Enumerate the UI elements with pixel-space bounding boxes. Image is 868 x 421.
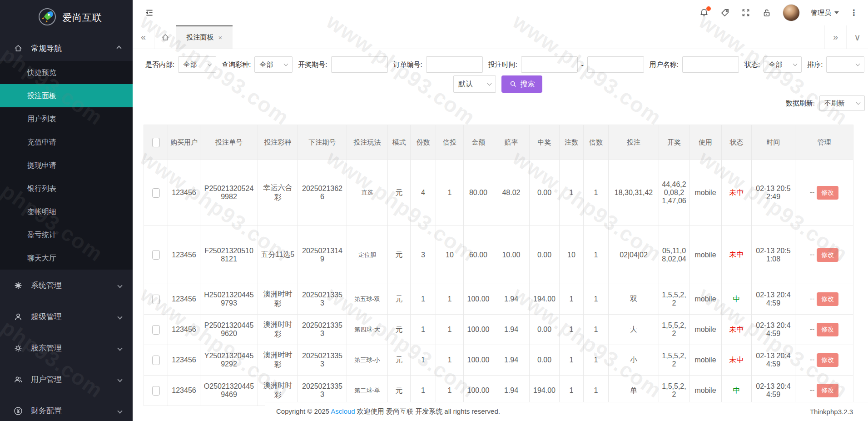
fullscreen-icon[interactable] [741,8,751,18]
user-avatar[interactable] [783,4,800,21]
sidebar-item-3[interactable]: 充值申请 [0,130,133,154]
sort-mode-select[interactable]: 默认 [453,75,496,93]
manage-dash: -- [810,188,815,196]
cell-bets: 1 [560,160,584,226]
row-checkbox[interactable] [152,188,160,198]
cell-bet: 大 [609,315,659,345]
username-input[interactable] [682,56,739,73]
edit-button[interactable]: 修改 [817,292,838,306]
refresh-select[interactable]: 不刷新 [819,95,865,111]
copyright-link[interactable]: Ascloud [331,407,355,415]
manage-dash: -- [810,386,815,394]
order-number-input[interactable] [426,56,483,73]
filter-sort-label: 排序: [807,60,823,69]
edit-button[interactable]: 修改 [817,248,838,262]
cell-period: 20250213353 [298,315,347,345]
notifications-bell-icon[interactable] [699,8,709,18]
sidebar-section-3[interactable]: 用户管理 [0,364,133,395]
cell-bet: 02|04|02 [609,226,659,284]
status-badge: 中 [733,295,740,303]
sidebar-item-0[interactable]: 快捷预览 [0,61,133,84]
row-checkbox[interactable] [152,295,160,304]
sidebar-section-main-nav[interactable]: 常规导航 [0,35,133,61]
edit-button[interactable]: 修改 [817,186,838,200]
lock-icon[interactable] [762,8,772,18]
admin-menu[interactable]: 管理员 [811,9,839,17]
sidebar-submenu: 快捷预览投注面板用户列表充值申请提现申请银行列表变帐明细盈亏统计聊天大厅 [0,61,133,270]
sidebar-section-2[interactable]: 股东管理 [0,332,133,364]
filter-lottery-select[interactable]: 全部 [254,56,293,73]
collapse-sidebar-icon[interactable] [144,8,154,18]
chevron-down-icon [117,377,122,382]
cell-play: 直选 [347,160,388,226]
cell-shares: 1 [411,345,436,376]
edit-button[interactable]: 修改 [817,353,838,367]
tabs-scroll-left-button[interactable]: « [133,25,154,49]
select-all-checkbox[interactable] [152,138,160,147]
column-header: 金额 [464,125,493,160]
users-icon [13,375,23,385]
sidebar-item-1[interactable]: 投注面板 [0,84,133,107]
row-checkbox[interactable] [152,250,160,260]
cell-bet: 18,30,31,42 [609,160,659,226]
cell-checkbox [144,226,168,284]
row-checkbox[interactable] [152,386,160,396]
cell-amount: 100.00 [464,284,493,315]
filter-sort-select[interactable] [826,56,864,73]
refresh-row: 数据刷新: 不刷新 [144,95,865,111]
sidebar-section-1[interactable]: 超级管理 [0,301,133,332]
tab-bar: « 投注面板 × » ∨ [133,25,868,49]
cell-times: 1 [584,376,609,406]
sidebar-item-2[interactable]: 用户列表 [0,107,133,130]
sidebar-section-0[interactable]: 系统管理 [0,270,133,301]
period-input[interactable] [331,56,388,73]
status-badge: 未中 [729,251,744,258]
cell-multiplier: 1 [436,376,464,406]
tabs-scroll-right-button[interactable]: » [824,25,846,49]
table-row: 123456H250213204459793澳洲时时彩20250213353第五… [144,284,853,315]
sidebar-section-4[interactable]: 财务配置 [0,395,133,421]
cell-times: 1 [584,226,609,284]
filter-status-select[interactable]: 全部 [764,56,802,73]
cell-play: 第三球-小 [347,345,388,376]
row-checkbox[interactable] [152,356,160,365]
sidebar-item-5[interactable]: 银行列表 [0,177,133,200]
search-button[interactable]: 搜索 [501,75,542,93]
cell-order: Y250213204459292 [200,345,258,376]
refresh-label: 数据刷新: [786,99,815,108]
cell-play: 第四球-大 [347,315,388,345]
cell-shares: 3 [411,226,436,284]
edit-button[interactable]: 修改 [817,384,838,397]
cell-amount: 100.00 [464,315,493,345]
sidebar-item-6[interactable]: 变帐明细 [0,200,133,223]
table-row: 123456P250213205249982幸运六合彩20250213626直选… [144,160,853,226]
time-end-input[interactable] [587,56,644,73]
cell-order: P250213205249982 [200,160,258,226]
tabs-menu-button[interactable]: ∨ [846,25,868,49]
cell-status: 未中 [722,315,752,345]
cell-multiplier: 1 [436,315,464,345]
tag-icon[interactable] [720,8,730,18]
sidebar-section-label: 系统管理 [31,280,62,291]
sidebar-item-7[interactable]: 盈亏统计 [0,223,133,246]
cell-multiplier: 10 [436,226,464,284]
cell-amount: 100.00 [464,376,493,406]
filter-internal-select[interactable]: 全部 [178,56,216,73]
cell-times: 1 [584,160,609,226]
home-tab[interactable] [154,25,176,49]
cell-win: 194.00 [530,284,560,315]
table-row: 123456Y250213204459292澳洲时时彩20250213353第三… [144,345,853,376]
more-options-icon[interactable]: ⋮ [850,8,858,18]
tab-close-icon[interactable]: × [218,34,223,41]
sidebar: 爱尚互联 常规导航 快捷预览投注面板用户列表充值申请提现申请银行列表变帐明细盈亏… [0,0,133,421]
row-checkbox[interactable] [152,325,160,335]
edit-button[interactable]: 修改 [817,323,838,336]
tab-betting-panel[interactable]: 投注面板 × [176,25,233,49]
sidebar-item-8[interactable]: 聊天大厅 [0,246,133,270]
column-header: 投注 [609,125,659,160]
column-header: 份数 [411,125,436,160]
cell-period: 20250213149 [298,226,347,284]
sidebar-item-4[interactable]: 提现申请 [0,154,133,177]
time-start-input[interactable] [521,56,578,73]
gear-outline-icon [13,343,23,353]
